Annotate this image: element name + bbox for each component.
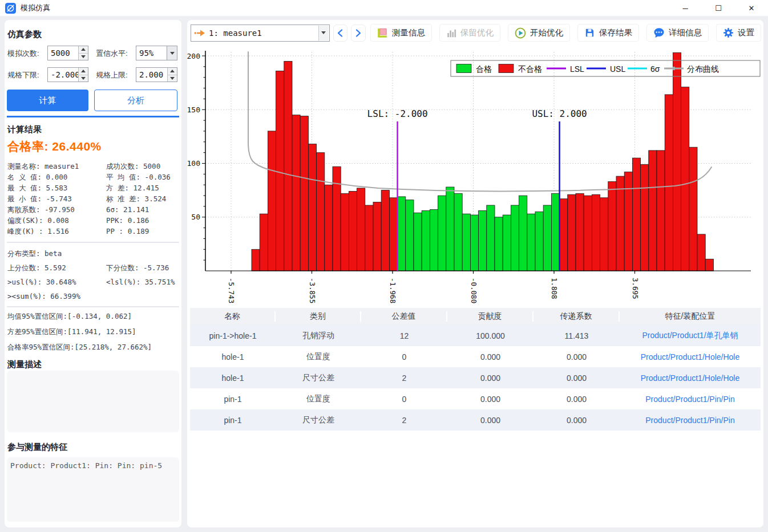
spec-upper-stepper[interactable]: 2.000	[136, 67, 177, 82]
measure-select[interactable]: 1: measure1	[191, 25, 330, 42]
histogram-bar	[705, 259, 713, 271]
chevron-down-icon[interactable]	[167, 46, 177, 60]
close-button[interactable]: ✕	[735, 0, 768, 16]
feature-path-link[interactable]: Product/Product1/单孔单销	[620, 331, 761, 341]
window-title: 模拟仿真	[21, 3, 50, 13]
stat-line: 最 小 值: -5.743	[7, 194, 79, 205]
app-icon	[5, 3, 16, 14]
histogram-bar	[479, 210, 487, 271]
column-header[interactable]: 公差值	[361, 311, 447, 322]
stat-line: 分布类型: beta	[7, 249, 80, 263]
section-divider	[7, 306, 179, 307]
chevron-down-icon[interactable]	[318, 26, 329, 40]
spin-down-icon[interactable]	[79, 53, 88, 60]
pass-rate-value: 26.440%	[52, 140, 101, 153]
y-tick-label: 50	[191, 213, 200, 221]
table-row[interactable]: pin-1 位置度 0 0.000 0.000 Product/Product1…	[190, 388, 761, 409]
histogram-bar	[325, 185, 333, 271]
stat-line: 测量名称: measure1	[7, 162, 79, 173]
prev-measure-button[interactable]	[333, 25, 348, 42]
column-header[interactable]: 特征/装配位置	[620, 311, 761, 322]
histogram-bar	[632, 158, 640, 271]
histogram-bar	[673, 52, 681, 271]
histogram-bar	[527, 214, 535, 271]
spin-up-icon[interactable]	[79, 46, 88, 53]
description-box[interactable]	[7, 371, 179, 432]
histogram-bar	[624, 172, 632, 271]
column-header[interactable]: 名称	[190, 311, 276, 322]
column-header[interactable]: 贡献度	[447, 311, 533, 322]
minimize-button[interactable]: ─	[669, 0, 702, 16]
stat-line: ><sum(%): 66.399%	[7, 292, 80, 306]
histogram-bar	[657, 151, 665, 271]
stats-column-left: 测量名称: measure1名 义 值: 0.000最 大 值: 5.583最 …	[7, 162, 79, 238]
histogram-bar	[398, 197, 406, 271]
feature-path-link[interactable]: Product/Product1/Hole/Hole	[620, 373, 761, 383]
spin-up-icon[interactable]	[79, 68, 88, 75]
table-row[interactable]: hole-1 位置度 0 0.000 0.000 Product/Product…	[190, 346, 761, 367]
feature-path-link[interactable]: Product/Product1/Hole/Hole	[620, 352, 761, 362]
stat-line: 标 准 差: 3.524	[106, 194, 171, 205]
histogram-bar	[681, 87, 689, 271]
save-icon	[584, 27, 595, 38]
measure-info-button[interactable]: 测量信息	[370, 24, 432, 42]
histogram-bar	[568, 194, 576, 271]
chart-legend: 合格不合格LSLUSL6σ分布曲线	[451, 60, 760, 76]
settings-button[interactable]: 设置	[716, 24, 761, 42]
feature-path-link[interactable]: Product/Product1/Pin/Pin	[620, 395, 761, 404]
spec-lower-stepper[interactable]: -2.000	[47, 67, 88, 82]
table-row[interactable]: pin-1 尺寸公差 2 0.000 0.000 Product/Product…	[190, 409, 761, 431]
section-divider	[7, 116, 179, 117]
measure-info-icon	[377, 27, 388, 38]
distribution-column-left: 分布类型: beta上分位数: 5.592>usl(%): 30.648%><s…	[7, 249, 80, 306]
bar-chart-icon	[446, 28, 456, 38]
histogram-bar	[422, 210, 430, 271]
stat-line: >usl(%): 30.648%	[7, 278, 80, 292]
keep-optimization-button[interactable]: 保留优化	[439, 24, 500, 42]
histogram-bar	[381, 190, 389, 271]
histogram-bar	[454, 193, 462, 271]
histogram-bar	[608, 182, 616, 271]
legend-swatch	[499, 64, 514, 73]
histogram-bar	[462, 214, 470, 271]
histogram-bar	[349, 192, 357, 271]
histogram-bar	[333, 166, 341, 271]
stat-line: 6σ: 21.141	[106, 205, 171, 216]
histogram-bar	[487, 205, 495, 271]
confidence-interval-line: 方差95%置信区间:[11.941, 12.915]	[7, 327, 152, 343]
histogram-bar	[284, 61, 292, 271]
histogram-bar	[252, 249, 260, 271]
histogram-bar	[414, 213, 422, 271]
sim-params-heading: 仿真参数	[7, 29, 179, 40]
histogram-bar	[430, 210, 438, 271]
spin-down-icon[interactable]	[168, 75, 177, 82]
details-button[interactable]: 详细信息	[646, 24, 709, 42]
confidence-select[interactable]: 95%	[136, 46, 177, 60]
spin-up-icon[interactable]	[168, 68, 177, 75]
play-icon	[515, 27, 526, 39]
results-heading: 计算结果	[7, 124, 179, 135]
main-panel: 1: measure1 测量信息 保留优化	[187, 20, 763, 527]
simulation-sidebar: 仿真参数 模拟次数: 5000 置信水平: 95% 规格下限: -2.000 规…	[5, 20, 181, 527]
stat-line: 偏度(SK): 0.008	[7, 216, 79, 227]
description-heading: 测量描述	[7, 359, 179, 370]
next-measure-button[interactable]	[351, 25, 366, 42]
save-results-button[interactable]: 保存结果	[577, 24, 639, 42]
spin-down-icon[interactable]	[79, 75, 88, 82]
column-header[interactable]: 类别	[276, 311, 361, 322]
calculate-button[interactable]: 计算	[7, 90, 88, 111]
usl-label: USL: 2.000	[532, 108, 587, 119]
feature-path-link[interactable]: Product/Product1/Pin/Pin	[620, 416, 761, 425]
analyze-button[interactable]: 分析	[94, 90, 177, 111]
histogram-bar	[543, 205, 551, 271]
column-header[interactable]: 传递系数	[533, 311, 620, 322]
histogram-bar	[535, 212, 543, 271]
start-optimization-button[interactable]: 开始优化	[508, 24, 570, 42]
sim-count-stepper[interactable]: 5000	[47, 46, 88, 60]
maximize-button[interactable]: ☐	[702, 0, 735, 16]
features-box[interactable]: Product: Product1: Pin: Pin: pin-5	[7, 457, 179, 522]
contribution-table: 名称 类别 公差值 贡献度 传递系数 特征/装配位置 pin-1->hole-1…	[190, 308, 761, 431]
table-row[interactable]: hole-1 尺寸公差 2 0.000 0.000 Product/Produc…	[190, 367, 761, 388]
table-row[interactable]: pin-1->hole-1 孔销浮动 12 100.000 11.413 Pro…	[190, 325, 761, 346]
stat-line: 成功次数: 5000	[106, 162, 171, 173]
